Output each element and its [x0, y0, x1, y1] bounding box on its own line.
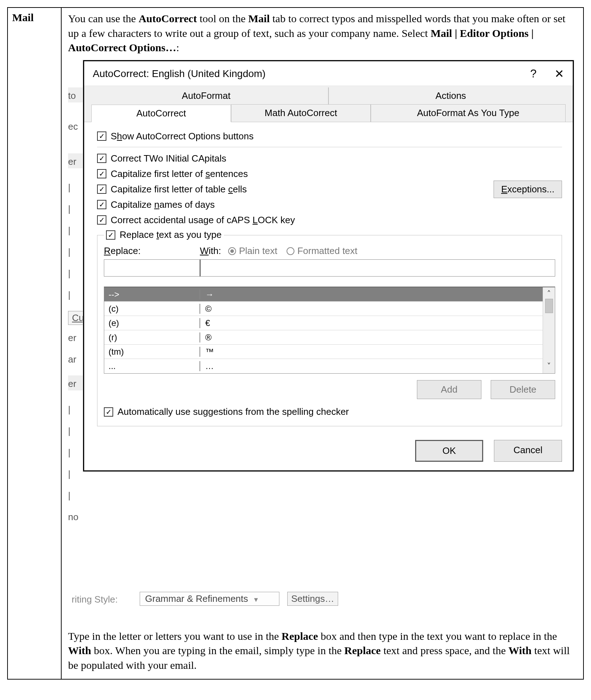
radio-icon: [287, 247, 294, 255]
tab-body: Show AutoCorrect Options buttons Correct…: [84, 122, 573, 433]
text-bold: AutoCorrect: [139, 13, 197, 24]
exceptions-button[interactable]: Exceptions...: [494, 181, 562, 198]
close-icon[interactable]: ✕: [554, 67, 564, 81]
text: :: [176, 42, 179, 53]
scroll-up-icon[interactable]: ˄: [547, 289, 551, 299]
text-bold: Mail: [248, 13, 270, 24]
checkbox-label: Automatically use suggestions from the s…: [117, 406, 349, 417]
bg-pipe: |: [68, 490, 79, 501]
bg-pipe: |: [68, 404, 79, 415]
with-format-radios: Plain text Formatted text: [228, 245, 357, 256]
list-replace-cell: ...: [104, 361, 200, 371]
list-with-cell: ™: [200, 347, 543, 357]
list-row[interactable]: --> →: [104, 287, 543, 302]
ok-button[interactable]: OK: [415, 440, 483, 462]
bg-button-fragment: Cu: [68, 311, 83, 325]
replace-inputs: [104, 259, 555, 277]
checkbox-label: Replace text as you type: [120, 229, 222, 240]
tab-actions[interactable]: Actions: [328, 87, 573, 104]
help-icon[interactable]: ?: [530, 67, 537, 80]
add-button[interactable]: Add: [417, 380, 481, 399]
list-row[interactable]: (e) €: [104, 316, 543, 330]
bg-text-fragment: er: [68, 332, 82, 344]
bg-text-fragment: ec: [68, 121, 82, 132]
with-input[interactable]: [200, 259, 555, 277]
chk-two-initial-caps[interactable]: Correct TWo INitial CApitals: [97, 151, 494, 166]
tab-row-front: AutoCorrect Math AutoCorrect AutoFormat …: [84, 104, 573, 122]
list-row[interactable]: ... …: [104, 359, 543, 373]
dialog-titlebar: AutoCorrect: English (United Kingdom) ? …: [84, 61, 573, 86]
bg-pipe: |: [68, 225, 79, 236]
text-bold: Replace: [344, 644, 381, 656]
radio-formatted-text[interactable]: Formatted text: [287, 245, 357, 256]
checkbox-label: Show AutoCorrect Options buttons: [111, 131, 254, 142]
chk-caps-lock[interactable]: Correct accidental usage of cAPS LOCK ke…: [97, 212, 494, 228]
settings-button[interactable]: Settings…: [287, 592, 338, 606]
list-replace-cell: (e): [104, 318, 200, 328]
autocorrect-dialog: AutoCorrect: English (United Kingdom) ? …: [83, 60, 574, 472]
list-replace-cell: (tm): [104, 347, 200, 357]
tab-row-back: AutoFormat Actions: [84, 87, 573, 104]
delete-button[interactable]: Delete: [491, 380, 555, 399]
chk-replace-as-you-type[interactable]: Replace text as you type: [104, 229, 224, 240]
radio-text: Formatted text: [297, 245, 357, 256]
checkbox-icon[interactable]: [97, 169, 106, 178]
scrollbar[interactable]: ˄ ˅: [543, 287, 555, 373]
bg-pipe: |: [68, 469, 79, 480]
text: You can use the: [68, 13, 139, 24]
checkbox-label: Capitalize names of days: [111, 199, 215, 210]
list-buttons: Add Delete: [104, 380, 555, 399]
list-with-cell: →: [200, 289, 543, 299]
bg-writing-style-label: riting Style:: [72, 594, 118, 605]
tab-group: AutoFormat Actions AutoCorrect Math Auto…: [84, 86, 573, 122]
checkbox-icon[interactable]: [97, 184, 106, 194]
dialog-footer: OK Cancel: [84, 433, 573, 470]
bg-pipe: |: [68, 268, 79, 279]
tab-autoformat-as-you-type[interactable]: AutoFormat As You Type: [371, 104, 566, 122]
checkbox-icon[interactable]: [97, 200, 106, 209]
text-bold: Replace: [282, 630, 318, 642]
checkbox-icon[interactable]: [97, 131, 106, 141]
chk-capitalize-days[interactable]: Capitalize names of days: [97, 197, 494, 212]
tab-math-autocorrect[interactable]: Math AutoCorrect: [231, 104, 371, 122]
tab-autoformat[interactable]: AutoFormat: [84, 87, 328, 104]
text-bold: With: [508, 644, 531, 656]
text: tool on the: [197, 13, 248, 24]
replace-input[interactable]: [104, 259, 200, 277]
text: box and then type in the text you want t…: [318, 630, 557, 642]
checkbox-icon[interactable]: [104, 407, 113, 417]
list-with-cell: ©: [200, 304, 543, 314]
list-row[interactable]: (c) ©: [104, 302, 543, 316]
list-row[interactable]: (r) ®: [104, 330, 543, 345]
checkbox-icon[interactable]: [97, 154, 106, 163]
list-row[interactable]: (tm) ™: [104, 345, 543, 359]
chk-show-options[interactable]: Show AutoCorrect Options buttons: [97, 129, 562, 144]
bg-text-fragment: to: [68, 90, 82, 101]
scroll-down-icon[interactable]: ˅: [547, 362, 551, 371]
checkbox-icon[interactable]: [97, 215, 106, 225]
row-body: You can use the AutoCorrect tool on the …: [62, 8, 583, 679]
replace-label: Replace:: [104, 245, 200, 256]
radio-plain-text[interactable]: Plain text: [228, 245, 277, 256]
writing-style-select[interactable]: Grammar & Refinements ▼: [140, 592, 279, 606]
chk-use-suggestions[interactable]: Automatically use suggestions from the s…: [104, 404, 555, 419]
autocorrect-list[interactable]: --> → (c) © (e) €: [104, 287, 555, 374]
scroll-thumb[interactable]: [545, 299, 553, 313]
checkbox-label: Capitalize first letter of table cells: [111, 184, 247, 195]
tab-autocorrect[interactable]: AutoCorrect: [91, 105, 231, 122]
chk-capitalize-sentences[interactable]: Capitalize first letter of sentences: [97, 166, 494, 182]
list-with-cell: …: [200, 361, 543, 371]
chk-capitalize-table-cells[interactable]: Capitalize first letter of table cells: [97, 182, 494, 197]
cancel-button[interactable]: Cancel: [494, 440, 562, 462]
bg-text-fragment: er: [68, 156, 82, 167]
list-replace-cell: -->: [104, 289, 200, 299]
bg-text-fragment: er: [68, 378, 82, 389]
replace-section: Replace text as you type Replace: With: …: [97, 235, 562, 427]
text-bold: With: [68, 644, 91, 656]
list-replace-cell: (r): [104, 332, 200, 342]
text: text and press space, and the: [381, 644, 509, 656]
outro-paragraph: Type in the letter or letters you want t…: [68, 629, 577, 673]
list-with-cell: €: [200, 318, 543, 328]
checkbox-icon[interactable]: [106, 230, 115, 240]
screenshot-region: to ec er | | | | | | Cu er ar er | | | |…: [68, 60, 577, 623]
